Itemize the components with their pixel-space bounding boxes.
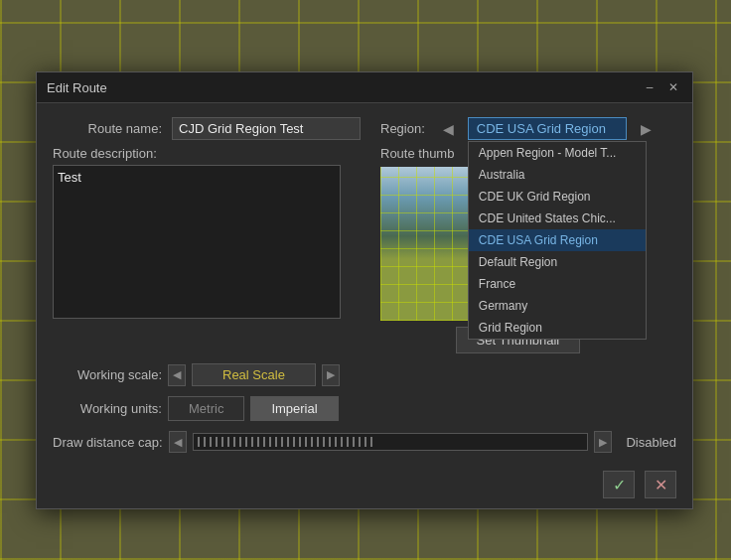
route-name-label: Route name: <box>53 121 162 136</box>
route-name-row: Route name: <box>53 117 361 140</box>
region-item-7[interactable]: Germany <box>469 295 646 317</box>
region-selected[interactable]: CDE USA Grid Region <box>468 117 627 140</box>
region-item-6[interactable]: France <box>469 273 646 295</box>
region-item-9[interactable]: Hungary <box>469 339 646 340</box>
region-item-8[interactable]: Grid Region <box>469 317 646 339</box>
left-col: Route name: Route description: Test <box>53 117 361 319</box>
dist-next-button[interactable]: ▶ <box>594 431 612 453</box>
minimize-button[interactable]: – <box>641 78 658 96</box>
modal-title-bar: Edit Route – ✕ <box>37 72 692 103</box>
working-units-label: Working units: <box>53 401 162 416</box>
close-button[interactable]: ✕ <box>664 78 682 96</box>
region-item-4[interactable]: CDE USA Grid Region <box>469 229 646 251</box>
scale-next-button[interactable]: ▶ <box>322 364 340 386</box>
desc-section: Route description: Test <box>53 146 361 319</box>
route-name-input[interactable] <box>172 117 361 140</box>
route-thumb-label: Route thumb <box>380 146 454 161</box>
modal-body: Route name: Route description: Test Regi… <box>37 103 692 463</box>
region-selected-text: CDE USA Grid Region <box>477 121 606 136</box>
right-col: Region: ◀ CDE USA Grid Region Appen Regi… <box>380 117 656 353</box>
title-controls: – ✕ <box>641 78 682 96</box>
region-dropdown-container: CDE USA Grid Region Appen Region - Model… <box>468 117 627 140</box>
region-dropdown: Appen Region - Model T... Australia CDE … <box>468 141 647 340</box>
top-main-row: Route name: Route description: Test Regi… <box>53 117 676 353</box>
scale-prev-button[interactable]: ◀ <box>168 364 186 386</box>
region-item-1[interactable]: Australia <box>469 164 646 186</box>
region-prev-button[interactable]: ◀ <box>439 119 458 139</box>
ok-button[interactable]: ✓ <box>603 471 635 498</box>
slider-track[interactable] <box>193 433 589 451</box>
cancel-button[interactable]: ✕ <box>645 471 676 498</box>
slider-ticks <box>198 437 372 447</box>
region-item-3[interactable]: CDE United States Chic... <box>469 208 646 229</box>
draw-distance-value: Disabled <box>626 435 676 450</box>
region-label: Region: <box>380 121 425 136</box>
working-scale-label: Working scale: <box>53 367 162 382</box>
modal-title: Edit Route <box>47 80 107 95</box>
draw-distance-row: Draw distance cap: ◀ ▶ Disabled <box>53 431 676 453</box>
dist-prev-button[interactable]: ◀ <box>169 431 187 453</box>
region-next-button[interactable]: ▶ <box>637 119 656 139</box>
region-item-2[interactable]: CDE UK Grid Region <box>469 186 646 208</box>
scale-display: Real Scale <box>192 363 316 386</box>
route-desc-label: Route description: <box>53 146 361 161</box>
metric-button[interactable]: Metric <box>168 396 244 421</box>
draw-distance-label: Draw distance cap: <box>53 435 163 450</box>
route-desc-input[interactable]: Test <box>53 165 341 319</box>
bottom-bar: ✓ ✕ <box>37 463 692 508</box>
working-scale-row: Working scale: ◀ Real Scale ▶ <box>53 363 676 386</box>
region-item-5[interactable]: Default Region <box>469 251 646 273</box>
working-units-row: Working units: Metric Imperial <box>53 396 676 421</box>
imperial-button[interactable]: Imperial <box>250 396 338 421</box>
edit-route-modal: Edit Route – ✕ Route name: Route descrip… <box>36 71 693 509</box>
region-row: Region: ◀ CDE USA Grid Region Appen Regi… <box>380 117 656 140</box>
region-item-0[interactable]: Appen Region - Model T... <box>469 142 646 164</box>
